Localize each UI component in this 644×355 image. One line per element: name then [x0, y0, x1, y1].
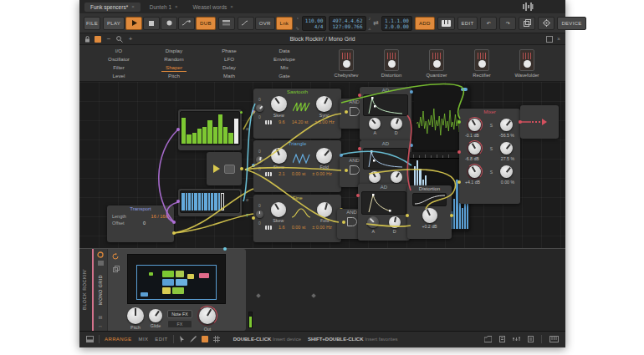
chain-drop-marker[interactable]	[311, 293, 316, 298]
pen-tool-icon[interactable]	[190, 336, 197, 342]
step-bar[interactable]	[207, 120, 212, 144]
file-menu-button[interactable]: FILE	[84, 17, 100, 30]
gate-bar[interactable]	[192, 193, 193, 210]
ad-trigger-port[interactable]	[358, 94, 361, 97]
stop-button[interactable]	[143, 17, 160, 30]
pan-value[interactable]: 0.00 %	[501, 180, 514, 185]
edit-menu-button[interactable]: EDIT	[457, 17, 478, 30]
loop-start-value[interactable]: 1.1.1.00	[385, 18, 409, 23]
play-button[interactable]	[125, 17, 142, 30]
category-lfo[interactable]: LFO	[202, 55, 257, 63]
grid-overview-display[interactable]	[127, 254, 226, 304]
category-oscillator[interactable]: Oscillator	[91, 55, 146, 63]
ad-out-port[interactable]	[410, 90, 413, 94]
category-envelope[interactable]: Envelope	[257, 55, 312, 63]
metronome-icon[interactable]: ◔	[296, 16, 299, 21]
gate-bar[interactable]	[202, 193, 203, 210]
steps-input-port[interactable]	[176, 128, 180, 131]
step-bar[interactable]	[187, 134, 191, 144]
sawtooth-semi[interactable]: 14.20 st	[292, 119, 309, 124]
metronome-icons[interactable]: ◔∿	[295, 16, 299, 31]
triangle-hz[interactable]: ± 0.00 Hz	[312, 171, 332, 176]
sawtooth-oct[interactable]: 9.6	[279, 119, 285, 124]
mixer-in-port-2[interactable]	[457, 150, 461, 154]
fx-button[interactable]: FX	[167, 320, 192, 328]
category-math[interactable]: Math	[202, 72, 257, 80]
automation-follow-button[interactable]	[238, 17, 254, 30]
mixer-channel[interactable]: S	[459, 164, 520, 180]
mixer-module[interactable]: Mixer S-0.1 dB-56.5 %S-6.8 dB27.5 %S+4.1…	[459, 109, 520, 204]
gate-bar[interactable]	[198, 193, 201, 210]
punch-icons[interactable]: ♪▵	[369, 16, 371, 31]
decay-knob[interactable]	[391, 171, 402, 183]
triangle-in-port[interactable]	[252, 164, 255, 167]
time-value[interactable]: 127:09.766	[332, 23, 362, 29]
panel-toggle-icon[interactable]	[86, 336, 94, 342]
undo-button[interactable]: ↶	[480, 17, 497, 30]
solo-button[interactable]: S	[490, 146, 493, 151]
and-in-port[interactable]	[342, 221, 345, 224]
device-menu-icon[interactable]	[98, 261, 104, 266]
gates-input-port[interactable]	[176, 200, 180, 203]
sine-fold-knob[interactable]	[317, 202, 332, 217]
pan-value[interactable]: -56.5 %	[499, 133, 514, 138]
tempo-value[interactable]: 110.00	[305, 18, 324, 23]
step-bar[interactable]	[181, 118, 186, 144]
length-value[interactable]: 16 / 16th	[151, 214, 169, 219]
step-bar[interactable]	[197, 129, 202, 145]
sawtooth-in-port[interactable]	[252, 110, 255, 114]
transport-module[interactable]: Transport Length 16 / 16th Offset 0	[107, 205, 174, 242]
category-shaper[interactable]: Shaper	[161, 63, 187, 72]
keyboard-tracking-icon[interactable]	[265, 172, 272, 176]
active-tool-icon[interactable]	[202, 336, 208, 342]
trigger-out-port[interactable]	[240, 167, 243, 170]
project-tab[interactable]: Funk spencers*×	[84, 3, 141, 12]
and-in-port[interactable]	[345, 169, 348, 172]
time-sig-value[interactable]: 4/4	[305, 23, 324, 29]
tab-close-icon[interactable]: ×	[131, 4, 135, 9]
trigger-module[interactable]	[207, 152, 242, 185]
pan-knob[interactable]	[500, 119, 513, 131]
project-tab[interactable]: Weasel words×	[187, 3, 239, 12]
gate-bar[interactable]	[204, 193, 207, 210]
category-pitch[interactable]: Pitch	[146, 72, 202, 80]
transport-out-port-1[interactable]	[172, 221, 176, 224]
mono-grid-device[interactable]: MONO GRID ⦀⦀ ↔ Pitch Glide Note FX FX Ou…	[94, 249, 246, 331]
view-toggle-edit[interactable]: EDIT	[155, 337, 167, 342]
project-panel-icon[interactable]	[484, 335, 492, 343]
pan-knob[interactable]	[500, 165, 513, 178]
solo-button[interactable]: S	[490, 123, 493, 128]
gate-bar[interactable]	[211, 193, 213, 210]
decay-knob[interactable]	[389, 216, 401, 228]
note-fx-button[interactable]: Note FX	[167, 310, 192, 318]
overdub-toggle-button[interactable]: OVR	[255, 17, 275, 30]
overdub-button[interactable]: DUB	[196, 17, 216, 30]
redo-button[interactable]: ↷	[499, 17, 516, 30]
sine-skew-knob[interactable]	[271, 202, 286, 217]
out-knob[interactable]	[199, 307, 216, 324]
out-in-port[interactable]	[519, 120, 522, 124]
position-display[interactable]: 497.4.4.62 127:09.766	[329, 16, 365, 31]
record-button[interactable]	[161, 17, 177, 30]
glide-knob[interactable]	[149, 309, 162, 322]
attack-knob[interactable]	[369, 118, 381, 129]
grid-canvas[interactable]: o o T Transport Length 16 / 16th Off	[79, 82, 565, 248]
gain-value[interactable]: +4.1 dB	[465, 180, 480, 185]
browser-panel-icon[interactable]	[499, 335, 505, 343]
panel-close-icon[interactable]: ×	[557, 36, 560, 43]
gate-bar[interactable]	[208, 193, 210, 210]
gate-bar[interactable]	[186, 193, 187, 210]
distortion-module[interactable]: Distortion +0.2 dB	[407, 185, 452, 239]
grid-snap-icon[interactable]	[213, 336, 220, 342]
sine-in-port[interactable]	[252, 216, 255, 220]
play-menu-button[interactable]: PLAY	[103, 17, 125, 30]
solo-button[interactable]: S	[490, 170, 493, 175]
automation-write-icon[interactable]	[178, 17, 195, 30]
step-bar[interactable]	[228, 133, 233, 144]
category-gate[interactable]: Gate	[257, 72, 312, 80]
device-remote-icon[interactable]: ⦀⦀	[99, 315, 102, 321]
triangle-oct[interactable]: 2.1	[279, 171, 285, 176]
triangle-skew-knob[interactable]	[271, 148, 287, 164]
chain-drop-marker[interactable]	[256, 293, 261, 298]
triangle-module[interactable]: Triangle 0 0 Skew Fold 2.1 0.00 st ± 0.0…	[253, 140, 341, 192]
